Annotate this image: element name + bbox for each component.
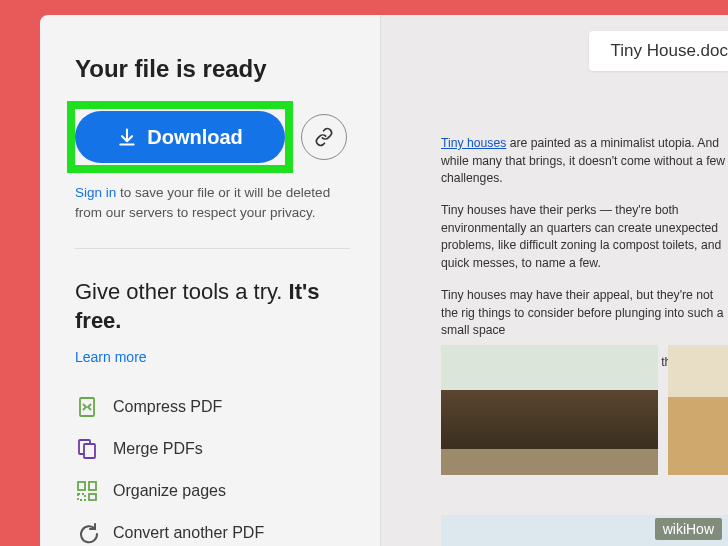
link-icon (314, 127, 334, 147)
svg-rect-4 (89, 482, 96, 490)
svg-rect-3 (78, 482, 85, 490)
tool-organize-pages[interactable]: Organize pages (75, 479, 350, 503)
tool-list: Compress PDF Merge PDFs Organize pages C… (75, 395, 350, 545)
doc-image (441, 345, 658, 475)
learn-more-link[interactable]: Learn more (75, 349, 147, 365)
tools-heading-pre: Give other tools a try. (75, 279, 289, 304)
download-label: Download (147, 126, 243, 149)
tool-label: Convert another PDF (113, 524, 264, 542)
tool-label: Compress PDF (113, 398, 222, 416)
doc-image (668, 345, 728, 475)
convert-icon (75, 521, 99, 545)
tool-label: Organize pages (113, 482, 226, 500)
doc-image-row (441, 345, 728, 475)
share-link-button[interactable] (301, 114, 347, 160)
doc-paragraph: Tiny houses may have their appeal, but t… (441, 287, 728, 340)
doc-link-tiny-houses[interactable]: Tiny houses (441, 136, 506, 150)
app-window: Your file is ready Download Sign in to s… (40, 15, 728, 546)
doc-paragraph: Tiny houses are painted as a minimalist … (441, 135, 728, 188)
document-preview: Tiny House.doc Tiny houses are painted a… (380, 15, 728, 546)
organize-icon (75, 479, 99, 503)
watermark: wikiHow (655, 518, 722, 540)
divider (75, 248, 350, 249)
download-button[interactable]: Download (75, 111, 285, 163)
svg-rect-2 (84, 444, 95, 458)
tools-heading: Give other tools a try. It's free. (75, 277, 350, 336)
sidebar: Your file is ready Download Sign in to s… (40, 15, 380, 546)
tool-merge-pdfs[interactable]: Merge PDFs (75, 437, 350, 461)
tool-label: Merge PDFs (113, 440, 203, 458)
download-icon (117, 127, 137, 147)
signin-text: Sign in to save your file or it will be … (75, 183, 350, 224)
tool-compress-pdf[interactable]: Compress PDF (75, 395, 350, 419)
tool-convert-another[interactable]: Convert another PDF (75, 521, 350, 545)
page-title: Your file is ready (75, 55, 350, 83)
document-filename-tab: Tiny House.doc (589, 31, 728, 71)
compress-icon (75, 395, 99, 419)
download-row: Download (75, 111, 350, 163)
svg-rect-5 (78, 494, 85, 500)
svg-rect-6 (89, 494, 96, 500)
doc-paragraph: Tiny houses have their perks — they're b… (441, 202, 728, 273)
merge-icon (75, 437, 99, 461)
signin-link[interactable]: Sign in (75, 185, 116, 200)
